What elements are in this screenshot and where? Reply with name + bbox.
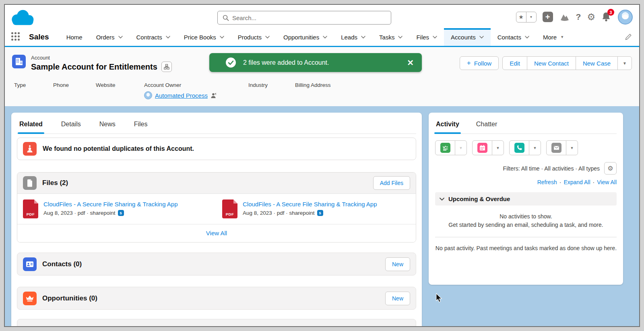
contacts-related-list[interactable]: Contacts (0) New	[17, 253, 416, 275]
success-check-icon	[225, 57, 236, 68]
file-item[interactable]: PDF CloudFiles - A Secure File Sharing &…	[17, 198, 217, 220]
email-dropdown[interactable]: ▼	[566, 140, 578, 155]
nav-tab-label: More	[543, 34, 557, 41]
app-launcher-icon[interactable]	[11, 32, 21, 42]
upcoming-overdue-section-header[interactable]: Upcoming & Overdue	[435, 192, 617, 206]
search-icon	[223, 14, 229, 21]
nav-tab-files[interactable]: Files	[409, 28, 444, 46]
edit-navigation-pencil-icon[interactable]	[625, 33, 632, 41]
toast-close-icon[interactable]: ✕	[407, 58, 414, 68]
event-dropdown[interactable]: ▼	[492, 140, 504, 155]
email-icon	[551, 143, 561, 153]
tab-related[interactable]: Related	[19, 121, 43, 134]
task-dropdown[interactable]: ▼	[455, 140, 467, 155]
tab-details[interactable]: Details	[61, 121, 81, 134]
new-opportunity-button[interactable]: New	[385, 292, 410, 305]
nav-tab-home[interactable]: Home	[60, 28, 89, 46]
tab-news[interactable]: News	[99, 121, 116, 134]
tab-chatter[interactable]: Chatter	[476, 121, 497, 134]
record-detail-card: Related Details News Files We found no p…	[11, 113, 422, 327]
refresh-link[interactable]: Refresh	[537, 179, 557, 185]
edit-button[interactable]: Edit	[502, 56, 527, 70]
file-name-link[interactable]: CloudFiles - A Secure File Sharing & Tra…	[43, 201, 178, 208]
file-meta-text: Aug 8, 2023 · pdf · sharepoint	[43, 210, 116, 216]
chevron-down-icon[interactable]	[323, 36, 327, 39]
new-case-button[interactable]: New Case	[576, 56, 618, 70]
guidance-center-icon[interactable]	[559, 12, 570, 22]
next-related-list-partial	[17, 319, 416, 327]
chevron-down-icon[interactable]	[361, 36, 365, 39]
duplicates-message: We found no potential duplicates of this…	[43, 145, 194, 152]
log-a-call-button[interactable]	[509, 140, 529, 155]
nav-tab-contracts[interactable]: Contracts	[130, 28, 177, 46]
new-event-button[interactable]	[472, 140, 492, 155]
new-task-button[interactable]	[435, 140, 455, 155]
activity-filters-text: Filters: All time · All activities · All…	[503, 165, 600, 172]
chevron-down-icon[interactable]	[265, 36, 270, 39]
chevron-down-icon[interactable]	[166, 36, 170, 39]
nav-tab-products[interactable]: Products	[231, 28, 277, 46]
account-record-icon	[12, 55, 26, 68]
opportunities-related-list[interactable]: Opportunities (0) New	[17, 287, 416, 310]
activity-composer-buttons: ▼	[435, 140, 617, 155]
nav-tab-leads[interactable]: Leads	[334, 28, 372, 46]
nav-tab-more[interactable]: More▼	[536, 28, 571, 46]
activity-settings-gear-icon[interactable]: ⚙	[604, 162, 617, 175]
record-title: Sample Account for Entitlements	[31, 62, 157, 72]
help-icon[interactable]: ?	[576, 12, 581, 22]
expand-all-link[interactable]: Expand All	[564, 179, 590, 185]
nav-tab-price-books[interactable]: Price Books	[177, 28, 231, 46]
contacts-card-title: Contacts (0)	[42, 260, 82, 268]
chevron-down-icon[interactable]	[398, 36, 402, 39]
global-header: ★ ▼ + ? ⚙ 3	[5, 5, 639, 28]
favorites-combo-button[interactable]: ★ ▼	[516, 12, 537, 23]
potential-duplicates-icon	[23, 142, 37, 156]
tab-activity[interactable]: Activity	[436, 121, 459, 134]
nav-tab-contacts[interactable]: Contacts	[491, 28, 536, 46]
global-search[interactable]	[217, 11, 391, 25]
success-toast: 2 files were added to Account. ✕	[209, 53, 422, 72]
file-name-link[interactable]: CloudFiles - A Secure File Sharing & Tra…	[243, 201, 377, 208]
file-item[interactable]: PDF CloudFiles - A Secure File Sharing &…	[217, 198, 416, 220]
app-navigation-bar: Sales Home Orders Contracts Price Books …	[5, 28, 639, 47]
nav-tab-orders[interactable]: Orders	[89, 28, 130, 46]
nav-tab-tasks[interactable]: Tasks	[372, 28, 409, 46]
activity-empty-state: No activities to show. Get started by se…	[435, 212, 617, 229]
follow-button[interactable]: + Follow	[460, 56, 499, 70]
follow-label: Follow	[474, 60, 491, 67]
tab-files[interactable]: Files	[134, 121, 148, 134]
files-view-all-link[interactable]: View All	[206, 230, 227, 236]
pdf-file-icon: PDF	[222, 199, 237, 218]
activity-view-all-link[interactable]: View All	[597, 179, 617, 185]
add-files-button[interactable]: Add Files	[373, 176, 410, 190]
chevron-down-icon[interactable]	[525, 36, 529, 39]
call-dropdown[interactable]: ▼	[529, 140, 541, 155]
record-header-section: Account Sample Account for Entitlements	[5, 48, 639, 106]
setup-gear-icon[interactable]: ⚙	[587, 12, 595, 22]
mouse-cursor	[436, 293, 442, 303]
favorites-dropdown-icon[interactable]: ▼	[526, 12, 537, 23]
files-card-header[interactable]: Files (2) Add Files	[17, 173, 416, 193]
new-contact-list-button[interactable]: New	[385, 257, 410, 271]
field-label-type: Type	[14, 82, 26, 88]
notifications-bell[interactable]: 3	[601, 12, 612, 22]
chevron-down-icon[interactable]	[433, 36, 437, 39]
chevron-down-icon[interactable]	[118, 36, 123, 39]
search-input[interactable]	[232, 14, 386, 21]
more-actions-dropdown[interactable]: ▼	[617, 56, 632, 70]
chevron-down-icon[interactable]	[479, 36, 484, 39]
activity-tabs: Activity Chatter	[435, 113, 617, 134]
chevron-down-icon[interactable]	[220, 36, 224, 39]
toast-message: 2 files were added to Account.	[243, 59, 407, 66]
favorite-star-icon[interactable]: ★	[516, 12, 526, 23]
account-hierarchy-button[interactable]	[161, 62, 172, 72]
nav-tab-opportunities[interactable]: Opportunities	[277, 28, 334, 46]
change-owner-icon[interactable]	[211, 93, 217, 99]
account-owner-link[interactable]: Automated Process	[155, 92, 208, 99]
nav-tab-accounts[interactable]: Accounts	[444, 28, 491, 46]
user-avatar[interactable]	[618, 10, 633, 25]
field-label-phone: Phone	[53, 82, 69, 88]
email-button[interactable]	[546, 140, 566, 155]
global-actions-button[interactable]: +	[543, 12, 553, 22]
new-contact-button[interactable]: New Contact	[527, 56, 576, 70]
